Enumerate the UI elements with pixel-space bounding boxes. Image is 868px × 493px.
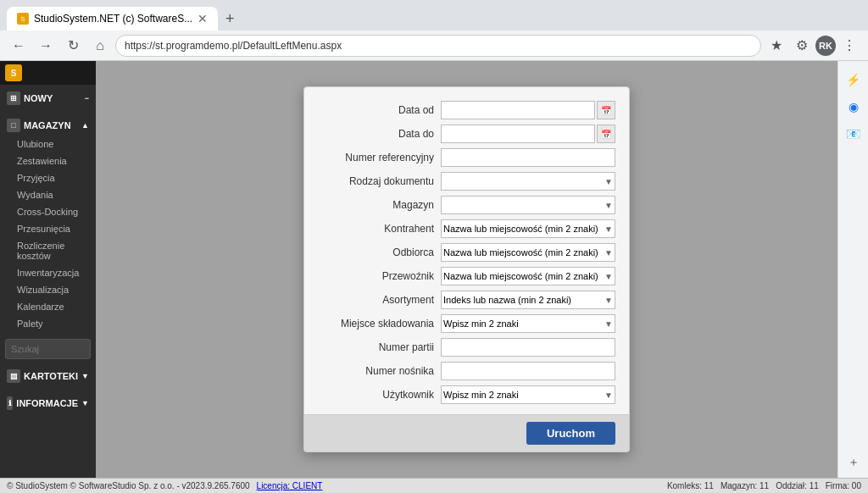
control-numer-referencyjny (441, 148, 615, 167)
tab-close-btn[interactable]: ✕ (198, 12, 208, 25)
url-text: https://st.programdemo.pl/DefaultLeftMen… (125, 40, 752, 52)
toolbar-menu[interactable]: ⋮ (837, 34, 861, 58)
browser-toolbar: ← → ↻ ⌂ https://st.programdemo.pl/Defaul… (0, 30, 868, 61)
control-odbiorca: Nazwa lub miejscowość (min 2 znaki) ▼ (441, 243, 615, 262)
label-przewoznik: Przewoźnik (318, 270, 441, 282)
sidebar-item-rozliczenie[interactable]: Rozliczenie kosztów (0, 237, 96, 264)
select-wrap-magazyn: ▼ (441, 196, 615, 214)
select-przewoznik[interactable]: Nazwa lub miejscowość (min 2 znaki) (441, 267, 615, 285)
browser-tab[interactable]: S StudioSystem.NET (c) SoftwareS... ✕ (7, 7, 218, 30)
control-uzytkownik: Wpisz min 2 znaki ▼ (441, 385, 615, 404)
informacje-icon: ℹ (7, 396, 13, 410)
select-miejsce-skladowania[interactable]: Wpisz min 2 znaki (441, 314, 615, 333)
input-data-do[interactable] (441, 125, 595, 143)
tab-favicon: S (17, 13, 29, 25)
control-magazyn: ▼ (441, 196, 615, 214)
field-numer-partii: Numer partii (318, 338, 615, 357)
select-magazyn[interactable] (441, 196, 615, 214)
sidebar-item-ulubione[interactable]: Ulubione (0, 136, 96, 152)
label-numer-partii: Numer partii (318, 341, 441, 353)
dialog-footer: Uruchom (304, 414, 629, 451)
sidebar-item-wydania[interactable]: Wydania (0, 186, 96, 203)
select-asortyment[interactable]: Indeks lub nazwa (min 2 znaki) (441, 291, 615, 309)
sidebar-item-przyjecia[interactable]: Przyjęcia (0, 169, 96, 186)
sidebar-section-magazyn-header[interactable]: □ MAGAZYN ▲ (0, 115, 96, 136)
sidebar-kartoteki-header[interactable]: ▤ KARTOTEKI ▼ (0, 366, 96, 386)
control-przewoznik: Nazwa lub miejscowość (min 2 znaki) ▼ (441, 267, 615, 285)
input-numer-nosnika[interactable] (441, 362, 615, 380)
select-wrap-kontrahent: Nazwa lub miejscowość (min 2 znaki) ▼ (441, 219, 615, 238)
input-data-od[interactable] (441, 101, 595, 119)
sidebar-item-wizualizacja[interactable]: Wizualizacja (0, 281, 96, 298)
sidebar-item-cross-docking[interactable]: Cross-Docking (0, 203, 96, 220)
select-rodzaj-dokumentu[interactable] (441, 172, 615, 191)
input-numer-partii[interactable] (441, 338, 615, 357)
label-numer-referencyjny: Numer referencyjny (318, 152, 441, 163)
search-dialog: Data od 📅 Data do 📅 (303, 86, 630, 452)
select-wrap-miejsce: Wpisz min 2 znaki ▼ (441, 314, 615, 333)
control-miejsce-skladowania: Wpisz min 2 znaki ▼ (441, 314, 615, 333)
home-button[interactable]: ⌂ (88, 34, 112, 58)
right-btn-2[interactable]: ◉ (842, 95, 865, 119)
label-numer-nosnika: Numer nośnika (318, 365, 441, 377)
select-uzytkownik[interactable]: Wpisz min 2 znaki (441, 385, 615, 404)
status-magazyn: Magazyn: 11 (721, 481, 769, 490)
select-odbiorca[interactable]: Nazwa lub miejscowość (min 2 znaki) (441, 243, 615, 262)
status-oddzial: Oddział: 11 (776, 481, 819, 490)
back-button[interactable]: ← (7, 34, 31, 58)
status-left: © StudioSystem © SoftwareStudio Sp. z o.… (7, 481, 250, 490)
label-uzytkownik: Użytkownik (318, 389, 441, 401)
sidebar-item-kalendarze[interactable]: Kalendarze (0, 298, 96, 315)
sidebar-section-magazyn: □ MAGAZYN ▲ Ulubione Zestawienia Przyjęc… (0, 112, 96, 335)
status-komplex: Komleks: 11 (667, 481, 714, 490)
sidebar-item-zestawienia[interactable]: Zestawienia (0, 152, 96, 169)
modal-overlay: Data od 📅 Data do 📅 (96, 61, 837, 478)
label-magazyn: Magazyn (318, 199, 441, 211)
main-content: Data od 📅 Data do 📅 (96, 61, 837, 478)
sidebar-informacje-header[interactable]: ℹ INFORMACJE ▼ (0, 393, 96, 413)
toolbar-ext2[interactable]: ⚙ (790, 34, 814, 58)
sidebar-section-nowy: ⊞ NOWY − (0, 85, 96, 112)
sidebar-logo: S (5, 64, 22, 81)
forward-button[interactable]: → (34, 34, 58, 58)
right-btn-3[interactable]: 📧 (842, 122, 865, 146)
nowy-label: NOWY (24, 93, 53, 103)
date-picker-od-btn[interactable]: 📅 (597, 101, 615, 119)
profile-button[interactable]: RK (815, 36, 836, 56)
toolbar-ext1[interactable]: ★ (765, 34, 788, 58)
tab-title: StudioSystem.NET (c) SoftwareS... (34, 13, 192, 25)
label-data-do: Data do (318, 128, 441, 140)
run-button[interactable]: Uruchom (526, 422, 615, 445)
label-kontrahent: Kontrahent (318, 223, 441, 235)
right-btn-1[interactable]: ⚡ (842, 68, 865, 91)
informacje-expand-icon: ▼ (81, 399, 89, 407)
select-wrap-asortyment: Indeks lub nazwa (min 2 znaki) ▼ (441, 291, 615, 309)
select-wrap-uzytkownik: Wpisz min 2 znaki ▼ (441, 385, 615, 404)
refresh-button[interactable]: ↻ (61, 34, 85, 58)
control-data-od: 📅 (441, 101, 615, 119)
select-wrap-rodzaj: ▼ (441, 172, 615, 191)
browser-chrome: S StudioSystem.NET (c) SoftwareS... ✕ + … (0, 0, 868, 61)
right-btn-add[interactable]: ＋ (842, 451, 865, 474)
sidebar-item-przesuniecia[interactable]: Przesunięcia (0, 220, 96, 237)
sidebar: S ⊞ NOWY − □ MAGAZYN ▲ Ulubione Zestawie… (0, 61, 96, 478)
control-rodzaj-dokumentu: ▼ (441, 172, 615, 191)
field-numer-nosnika: Numer nośnika (318, 362, 615, 380)
sidebar-section-nowy-header[interactable]: ⊞ NOWY − (0, 88, 96, 108)
field-data-do: Data do 📅 (318, 125, 615, 143)
field-data-od: Data od 📅 (318, 101, 615, 119)
sidebar-item-inwentaryzacja[interactable]: Inwentaryzacja (0, 264, 96, 281)
nowy-expand-icon: − (85, 94, 89, 102)
input-numer-referencyjny[interactable] (441, 148, 615, 167)
select-kontrahent[interactable]: Nazwa lub miejscowość (min 2 znaki) (441, 219, 615, 238)
new-tab-button[interactable]: + (218, 7, 242, 30)
date-picker-do-btn[interactable]: 📅 (597, 125, 615, 143)
label-rodzaj-dokumentu: Rodzaj dokumentu (318, 175, 441, 187)
field-rodzaj-dokumentu: Rodzaj dokumentu ▼ (318, 172, 615, 191)
address-bar[interactable]: https://st.programdemo.pl/DefaultLeftMen… (115, 35, 761, 57)
sidebar-section-kartoteki: ▤ KARTOTEKI ▼ (0, 363, 96, 390)
sidebar-item-palety[interactable]: Palety (0, 315, 96, 332)
control-numer-partii (441, 338, 615, 357)
sidebar-search-input[interactable] (5, 339, 91, 359)
label-data-od: Data od (318, 104, 441, 116)
